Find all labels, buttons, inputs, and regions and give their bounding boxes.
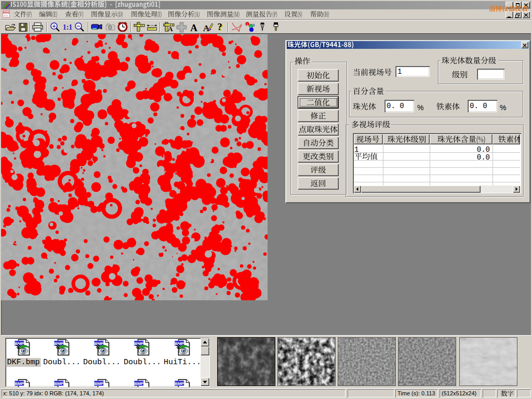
svg-text:BMP: BMP [175,381,184,386]
svg-text:A: A [190,23,197,32]
svg-text:BMP: BMP [134,381,143,386]
svg-text:+: + [52,23,56,29]
svg-text:BMP: BMP [94,381,103,386]
svg-text:BMP: BMP [54,381,63,386]
svg-text:3: 3 [252,23,255,28]
svg-text:−: − [77,23,80,29]
svg-text:A: A [168,25,173,32]
svg-text:?: ? [217,22,222,32]
svg-text:BMP: BMP [15,381,24,386]
svg-text:DOC: DOC [3,11,9,14]
svg-text:1:1: 1:1 [63,23,73,31]
